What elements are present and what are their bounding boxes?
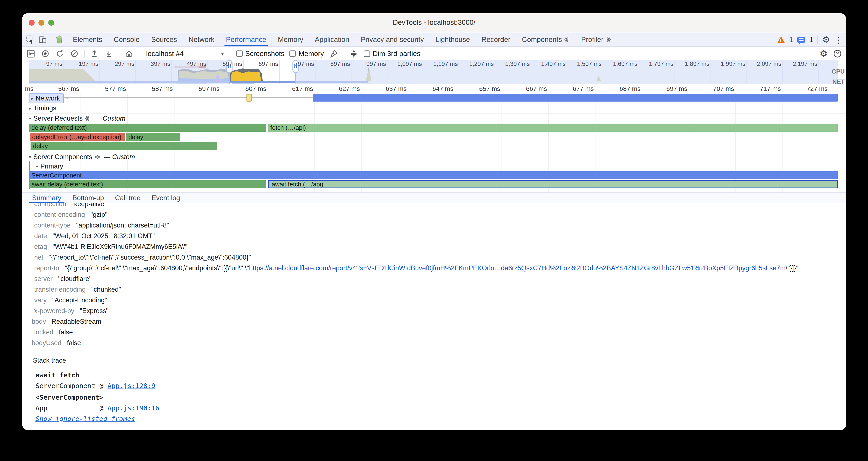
tab-application[interactable]: Application bbox=[309, 32, 355, 47]
overview-tick-label: 297 ms bbox=[115, 60, 134, 67]
details-tab-bottom-up[interactable]: Bottom-up bbox=[67, 193, 110, 203]
tab-label: Console bbox=[114, 35, 140, 44]
collect-garbage-icon[interactable] bbox=[329, 49, 339, 58]
profile-select-value: localhost #4 bbox=[146, 50, 184, 58]
overview-tick-label: 997 ms bbox=[366, 60, 386, 67]
record-icon[interactable] bbox=[40, 49, 50, 58]
tab-sources[interactable]: Sources bbox=[146, 32, 183, 47]
clear-icon[interactable] bbox=[70, 49, 79, 58]
flame-bar-label: delay bbox=[128, 134, 143, 141]
load-profile-icon[interactable] bbox=[90, 49, 99, 58]
tab-elements[interactable]: Elements bbox=[67, 32, 108, 47]
header-value: "Express" bbox=[80, 307, 108, 315]
server-request-row: delay bbox=[29, 142, 838, 150]
warnings-icon[interactable] bbox=[777, 36, 785, 43]
timeline-overview[interactable]: 97 ms197 ms297 ms397 ms497 ms597 ms697 m… bbox=[22, 60, 846, 84]
memory-checkbox[interactable]: Memory bbox=[289, 50, 324, 58]
screenshots-checkbox[interactable]: Screenshots bbox=[236, 50, 284, 58]
server-components-track-header[interactable]: ▾ Server Components — Custom bbox=[29, 153, 838, 161]
server-requests-track-header[interactable]: ▾ Server Requests — Custom bbox=[29, 114, 838, 122]
timings-track-header[interactable]: ▸ Timings bbox=[29, 104, 838, 112]
save-profile-icon[interactable] bbox=[104, 49, 114, 58]
overview-tick-label: 497 ms bbox=[187, 60, 206, 67]
help-icon[interactable]: ? bbox=[833, 49, 842, 58]
checkbox-box[interactable] bbox=[236, 51, 243, 57]
inspect-icon[interactable] bbox=[25, 35, 35, 44]
header-key: etag bbox=[34, 243, 47, 250]
dim-third-parties-checkbox[interactable]: Dim 3rd parties bbox=[364, 50, 421, 58]
tab-network[interactable]: Network bbox=[183, 32, 220, 47]
primary-group-header[interactable]: ▾ Primary bbox=[29, 162, 838, 170]
ruler-tick-label: 597 ms bbox=[198, 84, 221, 93]
flame-chart-tracks[interactable]: ▸ Network ▸ Timings ▾ Server Requests — … bbox=[22, 93, 846, 193]
issue-count[interactable]: 1 bbox=[809, 36, 813, 44]
checkbox-box[interactable] bbox=[289, 51, 296, 57]
warning-count[interactable]: 1 bbox=[789, 36, 793, 44]
divider bbox=[817, 35, 818, 44]
react-atom-icon bbox=[606, 37, 611, 42]
tab-label: Sources bbox=[151, 35, 177, 44]
header-row: date"Wed, 01 Oct 2025 18:32:01 GMT" bbox=[34, 232, 155, 240]
overview-tick-label: 197 ms bbox=[79, 60, 98, 67]
devtools-tab-bar: ElementsConsoleSourcesNetworkPerformance… bbox=[22, 32, 846, 47]
network-track-header[interactable]: ▸ Network bbox=[29, 93, 64, 103]
dim-third-parties-label: Dim 3rd parties bbox=[373, 50, 421, 58]
flame-bar[interactable]: fetch (…/api) bbox=[268, 123, 838, 132]
overview-tick-label: 397 ms bbox=[151, 60, 170, 67]
issues-icon[interactable] bbox=[797, 37, 805, 43]
tab-console[interactable]: Console bbox=[108, 32, 146, 47]
divider bbox=[51, 35, 51, 44]
details-tab-event-log[interactable]: Event log bbox=[146, 193, 186, 203]
react-atom-icon bbox=[94, 154, 100, 160]
network-request-bar[interactable] bbox=[313, 94, 838, 102]
devtools-window: DevTools - localhost:3000/ ElementsConso… bbox=[22, 13, 846, 430]
header-key: content-type bbox=[34, 222, 71, 229]
tab-label: Lighthouse bbox=[435, 35, 470, 44]
tab-label: Network bbox=[189, 35, 214, 44]
device-toolbar-icon[interactable] bbox=[38, 35, 48, 44]
flame-bar[interactable]: delayedError (…ayed exception) bbox=[30, 133, 125, 141]
flame-bar[interactable]: delay (deferred text) bbox=[29, 123, 266, 132]
checkbox-box[interactable] bbox=[364, 51, 370, 57]
tab-memory[interactable]: Memory bbox=[272, 32, 309, 47]
show-ignore-listed-frames-link[interactable]: Show ignore-listed frames bbox=[35, 415, 135, 423]
tab-components[interactable]: Components bbox=[516, 32, 576, 47]
more-options-icon[interactable]: ⋮ bbox=[834, 35, 843, 45]
tab-lighthouse[interactable]: Lighthouse bbox=[430, 32, 476, 47]
tab-label: Elements bbox=[73, 35, 102, 44]
flame-settings-icon[interactable] bbox=[349, 49, 359, 58]
timeline-ruler[interactable]: ms567 ms577 ms587 ms597 ms607 ms617 ms62… bbox=[22, 84, 846, 93]
tab-profiler[interactable]: Profiler bbox=[576, 32, 617, 47]
flame-bar[interactable]: delay bbox=[126, 133, 180, 141]
header-value-suffix: \"}]}" bbox=[785, 264, 798, 272]
overview-tick-label: 1,997 ms bbox=[721, 60, 745, 67]
header-key: content-encoding bbox=[34, 211, 85, 218]
summary-pane[interactable]: Stack trace connection"keep-alive"conten… bbox=[22, 203, 846, 430]
overview-tick-label: 1,897 ms bbox=[685, 60, 709, 67]
live-metrics-icon[interactable] bbox=[26, 49, 35, 58]
flame-bar[interactable]: await fetch (…/api) bbox=[268, 180, 838, 189]
network-track[interactable]: ▸ Network bbox=[29, 93, 838, 103]
profile-select[interactable]: localhost #4 ▾ bbox=[144, 50, 225, 58]
tab-recorder[interactable]: Recorder bbox=[476, 32, 516, 47]
server-requests-track-label: Server Requests bbox=[33, 115, 83, 122]
tab-privacy-and-security[interactable]: Privacy and security bbox=[355, 32, 430, 47]
settings-gear-icon[interactable]: ⚙ bbox=[822, 34, 830, 45]
network-request-block[interactable] bbox=[246, 94, 252, 102]
flame-bar[interactable]: await delay (deferred text) bbox=[29, 180, 266, 189]
stack-frame-location-link[interactable]: App.js:128:9 bbox=[107, 382, 155, 390]
flame-bar[interactable]: delay bbox=[31, 142, 217, 150]
stack-frame-location-link[interactable]: App.js:190:16 bbox=[107, 404, 159, 412]
record-reload-icon[interactable] bbox=[55, 49, 64, 58]
details-tab-summary[interactable]: Summary bbox=[27, 193, 67, 203]
report-endpoint-link[interactable]: https://a.nel.cloudflare.com/report/v4?s… bbox=[249, 264, 785, 272]
capture-settings-gear-icon[interactable]: ⚙ bbox=[819, 48, 828, 59]
overview-cpu-chart[interactable]: 97 ms197 ms297 ms397 ms497 ms597 ms697 m… bbox=[29, 60, 838, 84]
tab-performance[interactable]: Performance bbox=[220, 32, 272, 47]
home-icon[interactable] bbox=[124, 49, 134, 58]
header-key: x-powered-by bbox=[34, 307, 74, 315]
title-bar: DevTools - localhost:3000/ bbox=[22, 13, 846, 32]
details-tab-call-tree[interactable]: Call tree bbox=[110, 193, 146, 203]
ruler-unit-label: ms bbox=[25, 84, 35, 93]
flame-bar[interactable]: ServerComponent bbox=[29, 171, 838, 179]
